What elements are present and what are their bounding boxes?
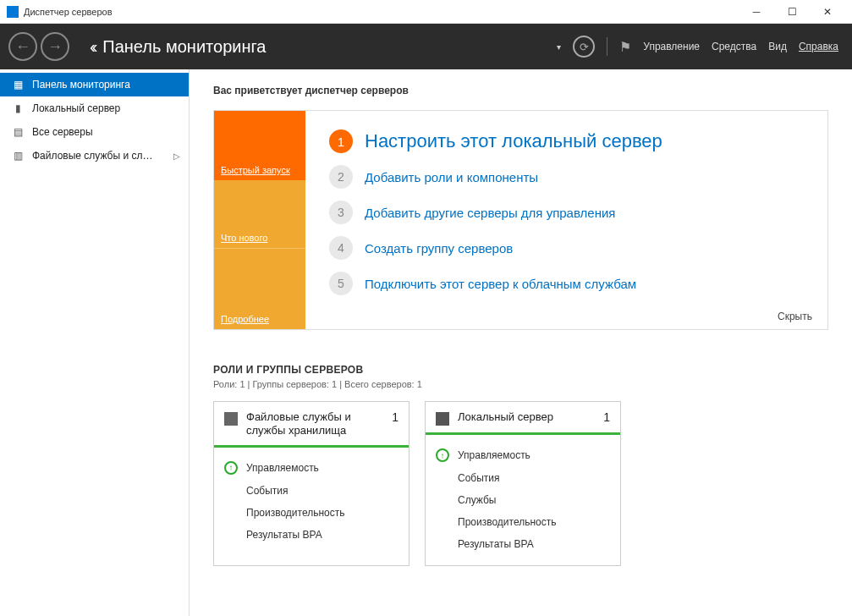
file-services-icon: ▥ [12,151,24,161]
tile-row-label: Службы [458,494,496,506]
tile-row-label: События [246,485,289,497]
tile-row-bpa[interactable]: Результаты BPA [224,524,399,546]
tile-file-services[interactable]: Файловые службы и службы хранилища 1 ↑ У… [213,401,410,566]
roles-section: РОЛИ И ГРУППЫ СЕРВЕРОВ Роли: 1 | Группы … [213,364,828,566]
tile-row-events[interactable]: События [436,467,610,489]
sidebar-item-dashboard[interactable]: ▦ Панель мониторинга [0,73,189,96]
app-icon [7,6,19,18]
tile-header: Файловые службы и службы хранилища 1 [214,402,409,448]
breadcrumb-dropdown[interactable]: ▾ [557,42,561,52]
divider [607,37,607,56]
page-title: Панель мониторинга [102,37,266,57]
notifications-flag-icon[interactable]: ⚑ [619,39,631,55]
tile-row-label: Управляемость [246,462,319,474]
tile-row-label: Производительность [458,516,556,528]
step-label: Настроить этот локальный сервер [365,130,662,152]
step-add-roles[interactable]: 2 Добавить роли и компоненты [329,165,809,189]
breadcrumb[interactable]: ‹‹ Панель мониторинга [90,37,266,57]
server-icon: ▮ [12,103,24,113]
tab-label: Подробнее [221,314,269,324]
tile-row-events[interactable]: События [224,480,399,502]
step-number: 4 [329,236,353,260]
quickstart-panel: Быстрый запуск Что нового Подробнее 1 На… [213,110,828,330]
tile-row-services[interactable]: Службы [436,489,610,511]
menu-help[interactable]: Справка [799,41,838,52]
step-number: 2 [329,165,353,189]
tile-header: Локальный сервер 1 [426,402,620,435]
sidebar-item-label: Файловые службы и сл… [32,150,153,162]
quickstart-tabs: Быстрый запуск Что нового Подробнее [214,111,305,329]
header-toolbar: ← → ‹‹ Панель мониторинга ▾ ⟳ ⚑ Управлен… [0,24,852,69]
minimize-button[interactable]: ─ [739,0,774,24]
titlebar: Диспетчер серверов ─ ☐ ✕ [0,0,852,24]
tile-row-performance[interactable]: Производительность [436,511,610,533]
tile-count: 1 [603,410,610,424]
chevron-left-icon: ‹‹ [90,37,94,57]
main-content: Вас приветствует диспетчер серверов Быст… [190,69,852,616]
file-storage-icon [224,412,238,426]
tile-row-performance[interactable]: Производительность [224,502,399,524]
step-label: Создать группу серверов [365,241,513,256]
welcome-heading: Вас приветствует диспетчер серверов [213,85,828,96]
maximize-button[interactable]: ☐ [774,0,810,24]
tab-label: Быстрый запуск [221,165,290,175]
tab-whats-new[interactable]: Что нового [214,180,305,248]
step-label: Подключить этот сервер к облачным служба… [365,277,636,291]
dashboard-icon: ▦ [12,80,24,90]
tile-row-manageability[interactable]: ↑ Управляемость [436,443,610,467]
step-number: 1 [329,129,353,153]
roles-heading: РОЛИ И ГРУППЫ СЕРВЕРОВ [213,364,828,376]
step-add-servers[interactable]: 3 Добавить другие серверы для управления [329,201,809,224]
step-number: 5 [329,272,353,295]
sidebar-item-label: Все серверы [32,126,93,138]
status-ok-icon: ↑ [436,448,449,462]
quickstart-body: 1 Настроить этот локальный сервер 2 Доба… [305,111,827,329]
tab-learn-more[interactable]: Подробнее [214,248,305,329]
sidebar-item-local-server[interactable]: ▮ Локальный сервер [0,96,189,120]
tile-title: Файловые службы и службы хранилища [246,410,383,438]
sidebar-item-label: Локальный сервер [32,102,120,114]
sidebar-item-all-servers[interactable]: ▤ Все серверы [0,120,189,144]
tile-row-bpa[interactable]: Результаты BPA [436,533,610,555]
menu-view[interactable]: Вид [768,41,787,52]
tab-quick-start[interactable]: Быстрый запуск [214,111,305,180]
tile-row-label: Производительность [246,507,344,519]
tab-label: Что нового [221,233,267,243]
step-label: Добавить другие серверы для управления [365,206,615,220]
tile-row-label: Результаты BPA [246,529,322,541]
sidebar-item-file-services[interactable]: ▥ Файловые службы и сл… ▷ [0,144,189,168]
roles-subheading: Роли: 1 | Группы серверов: 1 | Всего сер… [213,379,828,389]
nav-back-button[interactable]: ← [8,32,37,61]
server-icon [436,412,449,426]
hide-link[interactable]: Скрыть [778,311,812,322]
tile-row-label: Управляемость [458,449,530,461]
refresh-button[interactable]: ⟳ [573,36,595,58]
tile-local-server[interactable]: Локальный сервер 1 ↑ Управляемость Событ… [425,401,621,566]
menu-tools[interactable]: Средства [712,41,756,52]
sidebar-item-label: Панель мониторинга [32,79,130,91]
tile-row-manageability[interactable]: ↑ Управляемость [224,456,399,480]
step-create-group[interactable]: 4 Создать группу серверов [329,236,809,260]
sidebar: ▦ Панель мониторинга ▮ Локальный сервер … [0,69,190,616]
tile-title: Локальный сервер [458,410,595,424]
tile-row-label: События [458,472,500,484]
status-ok-icon: ↑ [224,461,238,475]
menu-manage[interactable]: Управление [643,41,700,52]
tile-count: 1 [392,410,399,424]
close-button[interactable]: ✕ [810,0,845,24]
step-number: 3 [329,201,353,224]
nav-forward-button[interactable]: → [41,32,69,61]
step-connect-cloud[interactable]: 5 Подключить этот сервер к облачным служ… [329,272,809,295]
tile-row-label: Результаты BPA [458,538,534,550]
step-label: Добавить роли и компоненты [365,170,538,184]
step-configure-local[interactable]: 1 Настроить этот локальный сервер [329,129,809,153]
window-title: Диспетчер серверов [24,7,739,17]
servers-icon: ▤ [12,127,24,137]
chevron-right-icon: ▷ [173,151,180,161]
